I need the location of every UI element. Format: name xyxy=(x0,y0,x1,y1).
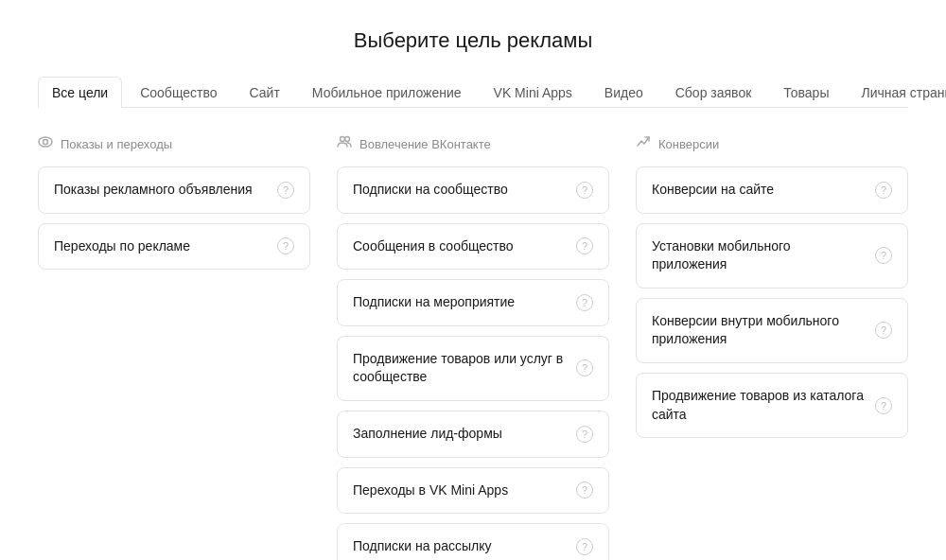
page-wrapper: Выберите цель рекламы Все целиСообщество… xyxy=(0,0,946,560)
card-help-ad-clicks[interactable]: ? xyxy=(277,237,294,254)
tab-video[interactable]: Видео xyxy=(590,77,657,108)
svg-point-1 xyxy=(44,140,48,145)
card-help-lead-form[interactable]: ? xyxy=(576,426,593,443)
card-ad-clicks[interactable]: Переходы по рекламе? xyxy=(38,223,310,271)
card-newsletter-subs[interactable]: Подписки на рассылку? xyxy=(337,523,609,560)
card-ad-views[interactable]: Показы рекламного объявления? xyxy=(38,166,310,214)
conversions-icon xyxy=(636,134,651,153)
card-help-site-conversions[interactable]: ? xyxy=(875,182,892,199)
card-help-app-conversions[interactable]: ? xyxy=(875,322,892,339)
card-text-ad-clicks: Переходы по рекламе xyxy=(54,237,190,256)
tab-community[interactable]: Сообщество xyxy=(126,77,231,108)
tab-mobile[interactable]: Мобильное приложение xyxy=(298,77,476,108)
card-help-community-subs[interactable]: ? xyxy=(576,182,593,199)
columns-container: Показы и переходыПоказы рекламного объяв… xyxy=(38,134,908,560)
card-help-miniapps-clicks[interactable]: ? xyxy=(576,481,593,499)
card-text-catalog-goods: Продвижение товаров из каталога сайта xyxy=(652,387,866,424)
card-text-site-conversions: Конверсии на сайте xyxy=(652,181,774,200)
card-help-app-installs[interactable]: ? xyxy=(875,247,892,264)
tab-site[interactable]: Сайт xyxy=(236,77,294,108)
card-help-catalog-goods[interactable]: ? xyxy=(875,397,892,414)
tab-personal[interactable]: Личная страница xyxy=(847,77,946,108)
card-catalog-goods[interactable]: Продвижение товаров из каталога сайта? xyxy=(636,373,908,438)
card-text-community-subs: Подписки на сообщество xyxy=(353,181,508,200)
card-text-newsletter-subs: Подписки на рассылку xyxy=(353,537,491,556)
card-lead-form[interactable]: Заполнение лид-формы? xyxy=(337,411,609,458)
tab-goods[interactable]: Товары xyxy=(769,77,843,108)
column-header-conversions: Конверсии xyxy=(636,134,908,153)
card-help-ad-views[interactable]: ? xyxy=(277,182,294,199)
card-help-goods-promo[interactable]: ? xyxy=(576,359,593,376)
card-event-subs[interactable]: Подписки на мероприятие? xyxy=(337,279,609,326)
card-text-community-msg: Сообщения в сообщество xyxy=(353,237,514,256)
svg-point-3 xyxy=(345,137,350,142)
card-help-event-subs[interactable]: ? xyxy=(576,294,593,311)
card-help-community-msg[interactable]: ? xyxy=(576,237,593,254)
page-title: Выберите цель рекламы xyxy=(38,28,908,53)
column-conversions: КонверсииКонверсии на сайте?Установки мо… xyxy=(636,134,908,447)
card-text-app-installs: Установки мобильного приложения xyxy=(652,237,866,274)
engagement-icon xyxy=(337,134,352,153)
card-text-app-conversions: Конверсии внутри мобильного приложения xyxy=(652,312,866,349)
card-goods-promo[interactable]: Продвижение товаров или услуг в сообщест… xyxy=(337,336,609,401)
card-text-ad-views: Показы рекламного объявления xyxy=(54,181,253,200)
card-text-goods-promo: Продвижение товаров или услуг в сообщест… xyxy=(353,350,567,387)
column-header-text-conversions: Конверсии xyxy=(658,137,719,151)
card-community-subs[interactable]: Подписки на сообщество? xyxy=(337,166,609,214)
tab-miniapps[interactable]: VK Mini Apps xyxy=(480,77,587,108)
svg-point-0 xyxy=(39,137,52,147)
tab-leads[interactable]: Сбор заявок xyxy=(661,77,766,108)
card-text-lead-form: Заполнение лид-формы xyxy=(353,425,502,444)
column-engagement: Вовлечение ВКонтактеПодписки на сообщест… xyxy=(337,134,609,560)
column-views: Показы и переходыПоказы рекламного объяв… xyxy=(38,134,310,279)
card-app-installs[interactable]: Установки мобильного приложения? xyxy=(636,223,908,289)
card-community-msg[interactable]: Сообщения в сообщество? xyxy=(337,223,609,271)
tabs-bar: Все целиСообществоСайтМобильное приложен… xyxy=(38,76,908,108)
card-site-conversions[interactable]: Конверсии на сайте? xyxy=(636,166,908,214)
column-header-text-views: Показы и переходы xyxy=(61,137,172,151)
card-text-miniapps-clicks: Переходы в VK Mini Apps xyxy=(353,481,508,500)
card-help-newsletter-subs[interactable]: ? xyxy=(576,538,593,555)
card-text-event-subs: Подписки на мероприятие xyxy=(353,293,515,312)
views-icon xyxy=(38,134,53,153)
column-header-engagement: Вовлечение ВКонтакте xyxy=(337,134,609,153)
column-header-text-engagement: Вовлечение ВКонтакте xyxy=(359,137,491,151)
card-miniapps-clicks[interactable]: Переходы в VK Mini Apps? xyxy=(337,467,609,515)
tab-all[interactable]: Все цели xyxy=(38,77,122,108)
card-app-conversions[interactable]: Конверсии внутри мобильного приложения? xyxy=(636,298,908,363)
column-header-views: Показы и переходы xyxy=(38,134,310,153)
